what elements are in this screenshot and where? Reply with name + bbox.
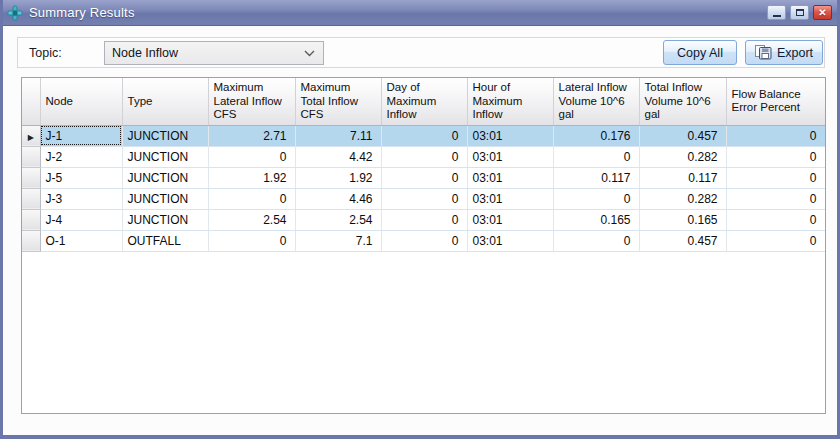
cell-type[interactable]: OUTFALL bbox=[122, 230, 208, 251]
node-icon bbox=[7, 5, 23, 21]
table-row[interactable]: J-3JUNCTION04.46003:0100.2820 bbox=[22, 188, 825, 209]
row-arrow-icon: ▶ bbox=[28, 133, 34, 142]
row-indicator[interactable] bbox=[22, 230, 40, 251]
cell-node[interactable]: J-5 bbox=[40, 167, 122, 188]
column-header-hour_of_max[interactable]: Hour of Maximum Inflow bbox=[467, 78, 553, 125]
cell-max_lateral_inflow[interactable]: 2.54 bbox=[208, 209, 295, 230]
cell-day_of_max[interactable]: 0 bbox=[381, 167, 467, 188]
cell-day_of_max[interactable]: 0 bbox=[381, 209, 467, 230]
cell-type[interactable]: JUNCTION bbox=[122, 167, 208, 188]
cell-max_total_inflow[interactable]: 1.92 bbox=[295, 167, 381, 188]
window-title: Summary Results bbox=[29, 5, 767, 20]
cell-max_total_inflow[interactable]: 4.46 bbox=[295, 188, 381, 209]
cell-type[interactable]: JUNCTION bbox=[122, 125, 208, 146]
toolbar-buttons: Copy All Export bbox=[663, 40, 823, 65]
row-indicator[interactable] bbox=[22, 146, 40, 167]
minimize-button[interactable] bbox=[767, 5, 786, 20]
cell-flow_balance[interactable]: 0 bbox=[726, 230, 825, 251]
export-label: Export bbox=[777, 46, 813, 60]
topic-label: Topic: bbox=[29, 46, 62, 60]
table-row[interactable]: O-1OUTFALL07.1003:0100.4570 bbox=[22, 230, 825, 251]
cell-max_lateral_inflow[interactable]: 2.71 bbox=[208, 125, 295, 146]
maximize-button[interactable] bbox=[790, 5, 809, 20]
cell-hour_of_max[interactable]: 03:01 bbox=[467, 230, 553, 251]
cell-hour_of_max[interactable]: 03:01 bbox=[467, 125, 553, 146]
cell-total_volume[interactable]: 0.282 bbox=[639, 188, 726, 209]
cell-node[interactable]: J-2 bbox=[40, 146, 122, 167]
copy-all-label: Copy All bbox=[677, 46, 723, 60]
cell-max_total_inflow[interactable]: 2.54 bbox=[295, 209, 381, 230]
column-header-total_volume[interactable]: Total Inflow Volume 10^6 gal bbox=[639, 78, 726, 125]
table-row[interactable]: J-5JUNCTION1.921.92003:010.1170.1170 bbox=[22, 167, 825, 188]
cell-lateral_volume[interactable]: 0 bbox=[553, 188, 639, 209]
cell-day_of_max[interactable]: 0 bbox=[381, 125, 467, 146]
cell-node[interactable]: O-1 bbox=[40, 230, 122, 251]
toolbar-panel: Topic: Node Inflow Copy All bbox=[17, 37, 825, 68]
cell-day_of_max[interactable]: 0 bbox=[381, 146, 467, 167]
cell-total_volume[interactable]: 0.282 bbox=[639, 146, 726, 167]
cell-max_total_inflow[interactable]: 7.1 bbox=[295, 230, 381, 251]
cell-hour_of_max[interactable]: 03:01 bbox=[467, 167, 553, 188]
cell-total_volume[interactable]: 0.117 bbox=[639, 167, 726, 188]
cell-hour_of_max[interactable]: 03:01 bbox=[467, 188, 553, 209]
chevron-down-icon bbox=[304, 50, 315, 57]
cell-flow_balance[interactable]: 0 bbox=[726, 209, 825, 230]
results-table: NodeTypeMaximum Lateral Inflow CFSMaximu… bbox=[22, 78, 826, 252]
cell-day_of_max[interactable]: 0 bbox=[381, 188, 467, 209]
cell-node[interactable]: J-3 bbox=[40, 188, 122, 209]
cell-total_volume[interactable]: 0.457 bbox=[639, 125, 726, 146]
column-header-type[interactable]: Type bbox=[122, 78, 208, 125]
cell-flow_balance[interactable]: 0 bbox=[726, 188, 825, 209]
copy-all-button[interactable]: Copy All bbox=[663, 40, 737, 65]
cell-max_lateral_inflow[interactable]: 0 bbox=[208, 230, 295, 251]
export-button[interactable]: Export bbox=[745, 40, 823, 65]
cell-lateral_volume[interactable]: 0.176 bbox=[553, 125, 639, 146]
cell-type[interactable]: JUNCTION bbox=[122, 209, 208, 230]
column-header-max_lateral_inflow[interactable]: Maximum Lateral Inflow CFS bbox=[208, 78, 295, 125]
cell-max_lateral_inflow[interactable]: 0 bbox=[208, 146, 295, 167]
cell-hour_of_max[interactable]: 03:01 bbox=[467, 146, 553, 167]
table-row[interactable]: J-2JUNCTION04.42003:0100.2820 bbox=[22, 146, 825, 167]
cell-day_of_max[interactable]: 0 bbox=[381, 230, 467, 251]
column-header-node[interactable]: Node bbox=[40, 78, 122, 125]
column-header-flow_balance[interactable]: Flow Balance Error Percent bbox=[726, 78, 825, 125]
cell-max_total_inflow[interactable]: 4.42 bbox=[295, 146, 381, 167]
header-row: NodeTypeMaximum Lateral Inflow CFSMaximu… bbox=[22, 78, 825, 125]
export-save-icon bbox=[755, 45, 772, 60]
window-controls: ✕ bbox=[767, 5, 832, 20]
minimize-icon bbox=[773, 15, 781, 17]
titlebar[interactable]: Summary Results ✕ bbox=[0, 0, 840, 26]
cell-flow_balance[interactable]: 0 bbox=[726, 146, 825, 167]
cell-total_volume[interactable]: 0.457 bbox=[639, 230, 726, 251]
column-header-day_of_max[interactable]: Day of Maximum Inflow bbox=[381, 78, 467, 125]
cell-node[interactable]: J-1 bbox=[40, 125, 122, 146]
cell-lateral_volume[interactable]: 0 bbox=[553, 146, 639, 167]
cell-flow_balance[interactable]: 0 bbox=[726, 167, 825, 188]
cell-max_lateral_inflow[interactable]: 0 bbox=[208, 188, 295, 209]
cell-lateral_volume[interactable]: 0.117 bbox=[553, 167, 639, 188]
cell-node[interactable]: J-4 bbox=[40, 209, 122, 230]
column-header-lateral_volume[interactable]: Lateral Inflow Volume 10^6 gal bbox=[553, 78, 639, 125]
row-indicator[interactable] bbox=[22, 209, 40, 230]
cell-lateral_volume[interactable]: 0.165 bbox=[553, 209, 639, 230]
results-grid: NodeTypeMaximum Lateral Inflow CFSMaximu… bbox=[21, 77, 826, 414]
cell-flow_balance[interactable]: 0 bbox=[726, 125, 825, 146]
cell-type[interactable]: JUNCTION bbox=[122, 188, 208, 209]
topic-dropdown-value: Node Inflow bbox=[112, 46, 178, 60]
row-indicator[interactable] bbox=[22, 188, 40, 209]
cell-lateral_volume[interactable]: 0 bbox=[553, 230, 639, 251]
topic-dropdown[interactable]: Node Inflow bbox=[104, 41, 324, 65]
cell-hour_of_max[interactable]: 03:01 bbox=[467, 209, 553, 230]
row-indicator[interactable] bbox=[22, 167, 40, 188]
cell-total_volume[interactable]: 0.165 bbox=[639, 209, 726, 230]
table-row[interactable]: ▶J-1JUNCTION2.717.11003:010.1760.4570 bbox=[22, 125, 825, 146]
cell-max_lateral_inflow[interactable]: 1.92 bbox=[208, 167, 295, 188]
table-row[interactable]: J-4JUNCTION2.542.54003:010.1650.1650 bbox=[22, 209, 825, 230]
row-indicator-header[interactable] bbox=[22, 78, 40, 125]
cell-max_total_inflow[interactable]: 7.11 bbox=[295, 125, 381, 146]
close-icon: ✕ bbox=[818, 8, 826, 18]
column-header-max_total_inflow[interactable]: Maximum Total Inflow CFS bbox=[295, 78, 381, 125]
close-button[interactable]: ✕ bbox=[813, 5, 832, 20]
cell-type[interactable]: JUNCTION bbox=[122, 146, 208, 167]
row-indicator[interactable]: ▶ bbox=[22, 125, 40, 146]
